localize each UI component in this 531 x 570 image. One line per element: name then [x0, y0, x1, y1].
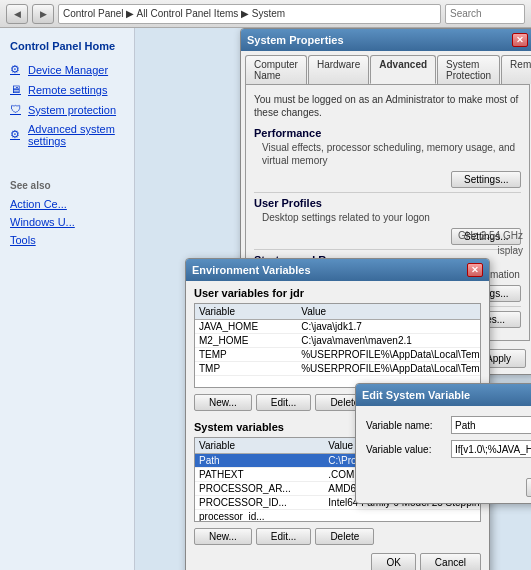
envvars-title: Environment Variables — [192, 264, 311, 276]
right-area: System Properties ✕ Computer Name Hardwa… — [135, 28, 531, 570]
display-info: isplay — [458, 243, 523, 258]
varname-input[interactable] — [451, 416, 531, 434]
editvar-titlebar: Edit System Variable ✕ — [356, 384, 531, 406]
see-also-label: See also — [0, 170, 134, 195]
sys-edit-button[interactable]: Edit... — [256, 528, 312, 545]
userprofiles-desc: Desktop settings related to your logon — [262, 211, 521, 224]
sysprops-tabs: Computer Name Hardware Advanced System P… — [241, 51, 531, 84]
sidebar-item-protection[interactable]: 🛡 System protection — [0, 100, 134, 120]
varvalue-input[interactable] — [451, 440, 531, 458]
varname-label: Variable name: — [366, 420, 451, 431]
user-col-value: Value — [297, 304, 480, 320]
device-manager-icon: ⚙ — [10, 63, 24, 77]
editvar-title: Edit System Variable — [362, 389, 470, 401]
user-new-button[interactable]: New... — [194, 394, 252, 411]
varvalue-label: Variable value: — [366, 444, 451, 455]
sysprops-title: System Properties — [247, 34, 344, 46]
user-vars-table-wrap: Variable Value JAVA_HOMEC:\java\jdk1.7M2… — [194, 303, 481, 388]
address-text: Control Panel ▶ All Control Panel Items … — [63, 8, 285, 19]
var-name: processor_id... — [195, 510, 324, 523]
user-col-variable: Variable — [195, 304, 297, 320]
var-name: TMP — [195, 362, 297, 376]
var-name: PROCESSOR_AR... — [195, 482, 324, 496]
advanced-label: Advanced system settings — [28, 123, 124, 147]
var-name: PATHEXT — [195, 468, 324, 482]
sys-vars-buttons: New... Edit... Delete — [186, 524, 489, 549]
envvars-close-button[interactable]: ✕ — [467, 263, 483, 277]
user-edit-button[interactable]: Edit... — [256, 394, 312, 411]
sidebar-item-tools[interactable]: Tools — [0, 231, 134, 249]
remote-label: Remote settings — [28, 84, 107, 96]
sidebar-item-advanced[interactable]: ⚙ Advanced system settings — [0, 120, 134, 150]
editvar-ok-button[interactable]: OK — [526, 478, 531, 497]
envvars-ok-button[interactable]: OK — [371, 553, 415, 570]
protection-icon: 🛡 — [10, 103, 24, 117]
back-button[interactable]: ◀ — [6, 4, 28, 24]
var-value: %USERPROFILE%\AppData\Local\Temp — [297, 348, 480, 362]
sys-delete-button[interactable]: Delete — [315, 528, 374, 545]
var-name: PROCESSOR_ID... — [195, 496, 324, 510]
action-label: Action Ce... — [10, 198, 67, 210]
search-input[interactable] — [445, 4, 525, 24]
table-row[interactable]: M2_HOMEC:\java\maven\maven2.1 — [195, 334, 480, 348]
varname-row: Variable name: — [366, 416, 531, 434]
sidebar-item-action[interactable]: Action Ce... — [0, 195, 134, 213]
editvar-body: Variable name: Variable value: — [356, 406, 531, 474]
sysprops-close-button[interactable]: ✕ — [512, 33, 528, 47]
tab-advanced[interactable]: Advanced — [370, 55, 436, 84]
sys-col-variable: Variable — [195, 438, 324, 454]
sys-new-button[interactable]: New... — [194, 528, 252, 545]
admin-note: You must be logged on as an Administrato… — [254, 93, 521, 119]
edit-system-variable-dialog: Edit System Variable ✕ Variable name: Va… — [355, 383, 531, 504]
sidebar-item-device-manager[interactable]: ⚙ Device Manager — [0, 60, 134, 80]
sysprops-titlebar: System Properties ✕ — [241, 29, 531, 51]
performance-settings-button[interactable]: Settings... — [451, 171, 521, 188]
envvars-titlebar: Environment Variables ✕ — [186, 259, 489, 281]
performance-desc: Visual effects, processor scheduling, me… — [262, 141, 521, 167]
top-bar: ◀ ▶ Control Panel ▶ All Control Panel It… — [0, 0, 531, 28]
table-row[interactable]: TMP%USERPROFILE%\AppData\Local\Temp — [195, 362, 480, 376]
var-value: C:\java\maven\maven2.1 — [297, 334, 480, 348]
advanced-icon: ⚙ — [10, 128, 24, 142]
sidebar-item-windows-update[interactable]: Windows U... — [0, 213, 134, 231]
forward-button[interactable]: ▶ — [32, 4, 54, 24]
address-bar: Control Panel ▶ All Control Panel Items … — [58, 4, 441, 24]
varvalue-row: Variable value: — [366, 440, 531, 458]
envvars-footer: OK Cancel — [186, 549, 489, 570]
var-name: M2_HOME — [195, 334, 297, 348]
tab-system-protection[interactable]: System Protection — [437, 55, 500, 84]
windows-update-label: Windows U... — [10, 216, 75, 228]
panel-title: Control Panel Home — [0, 36, 134, 60]
sidebar-item-remote[interactable]: 🖥 Remote settings — [0, 80, 134, 100]
sys-info: GHz 2.54 GHz isplay — [458, 228, 523, 258]
table-row[interactable]: processor_id... — [195, 510, 480, 523]
main-area: Control Panel Home ⚙ Device Manager 🖥 Re… — [0, 28, 531, 570]
envvars-cancel-button[interactable]: Cancel — [420, 553, 481, 570]
table-row[interactable]: TEMP%USERPROFILE%\AppData\Local\Temp — [195, 348, 480, 362]
userprofiles-title: User Profiles — [254, 197, 521, 209]
tab-remote[interactable]: Remote — [501, 55, 531, 84]
user-vars-title: User variables for jdr — [186, 281, 489, 301]
tools-label: Tools — [10, 234, 36, 246]
tab-hardware[interactable]: Hardware — [308, 55, 369, 84]
var-name: Path — [195, 454, 324, 468]
var-value: %USERPROFILE%\AppData\Local\Temp — [297, 362, 480, 376]
var-value — [324, 510, 480, 523]
tab-computer-name[interactable]: Computer Name — [245, 55, 307, 84]
protection-label: System protection — [28, 104, 116, 116]
editvar-footer: OK Cancel — [356, 474, 531, 503]
user-vars-table: Variable Value JAVA_HOMEC:\java\jdk1.7M2… — [195, 304, 480, 376]
performance-title: Performance — [254, 127, 521, 139]
var-name: JAVA_HOME — [195, 320, 297, 334]
table-row[interactable]: JAVA_HOMEC:\java\jdk1.7 — [195, 320, 480, 334]
var-value: C:\java\jdk1.7 — [297, 320, 480, 334]
left-panel: Control Panel Home ⚙ Device Manager 🖥 Re… — [0, 28, 135, 570]
remote-icon: 🖥 — [10, 83, 24, 97]
device-manager-label: Device Manager — [28, 64, 108, 76]
ghz-info: GHz 2.54 GHz — [458, 228, 523, 243]
var-name: TEMP — [195, 348, 297, 362]
